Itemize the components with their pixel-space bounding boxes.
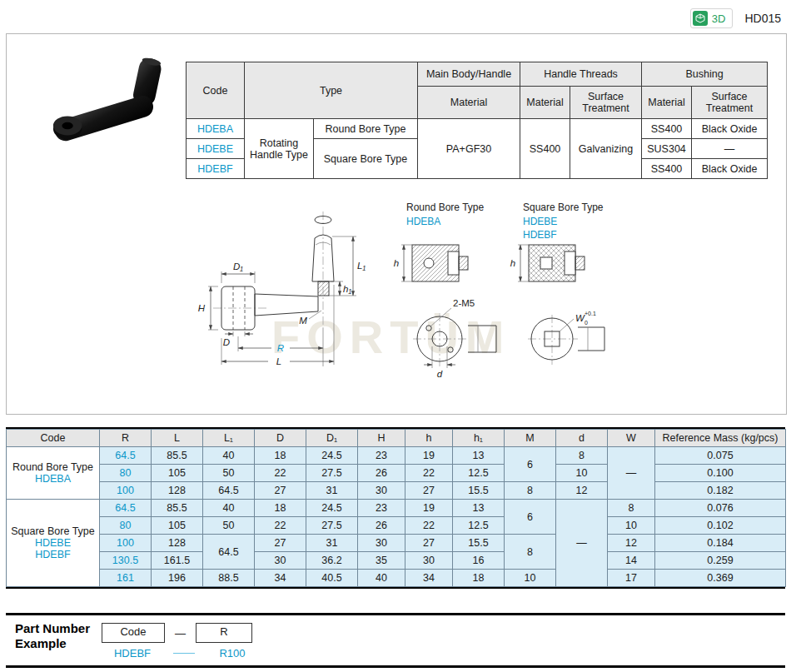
spec-header-cell: Material [418, 87, 520, 119]
part-number-example-section: Part Number Example Code — R HDEBF R100 [6, 613, 785, 668]
top-bar: 3D HD015 [690, 8, 781, 28]
part-number-title-line1: Part Number [15, 621, 90, 636]
part-number-dash: — [175, 627, 186, 640]
table-row: 80105502227.5262212.5100.102 [7, 517, 786, 535]
dim-cell: 64.5 [100, 500, 152, 517]
dim-label-w-tol-lower: 0 [585, 320, 588, 326]
dim-cell: 40 [203, 500, 255, 517]
table-row: 80105502227.5262212.5100.100 [7, 465, 786, 482]
dim-cell: 26 [358, 517, 405, 535]
dim-cell: 16 [453, 552, 505, 570]
spec-cell: SS400 [642, 159, 692, 179]
dim-cell: 27 [405, 482, 453, 500]
dim-cell: 26 [358, 465, 405, 482]
dim-header-cell: Code [7, 430, 100, 447]
connector-line [173, 653, 195, 654]
spec-cell[interactable]: HDEBF [187, 159, 245, 179]
spec-cell[interactable]: HDEBE [187, 139, 245, 159]
dim-header-cell: L [152, 430, 203, 447]
dim-cell: 128 [152, 482, 203, 500]
dim-cell: 161 [100, 570, 152, 587]
dim-cell: 13 [453, 500, 505, 517]
3d-model-badge[interactable]: 3D [690, 8, 734, 28]
product-code-link[interactable]: HDEBA [8, 473, 97, 485]
dim-cell: 27 [255, 482, 306, 500]
thread-callout: 2-M5 [453, 298, 475, 308]
spec-header-cell: Material [642, 87, 692, 119]
square-bore-code-1[interactable]: HDEBE [523, 216, 557, 227]
dim-cell: 23 [358, 500, 405, 517]
spec-cell: — [692, 139, 768, 159]
dim-cell: 130.5 [100, 552, 152, 570]
dim-cell: 40 [203, 447, 255, 465]
dim-cell: 18 [255, 500, 306, 517]
dim-cell: 15.5 [453, 535, 505, 552]
spec-header-cell: Code [187, 62, 245, 119]
dim-cell: 34 [405, 570, 453, 587]
dim-cell: 19 [405, 447, 453, 465]
dim-label-m: M [299, 316, 307, 326]
spec-header-cell: Type [245, 62, 418, 119]
spec-cell: Galvanizing [570, 119, 642, 179]
dim-cell: 27 [255, 535, 306, 552]
table-row: 130.5161.53036.2353016140.259 [7, 552, 786, 570]
dim-label-h-height: H [198, 303, 206, 313]
dim-cell: 30 [358, 535, 405, 552]
dim-cell: 8 [505, 482, 556, 500]
dim-cell: 12.5 [453, 465, 505, 482]
3d-badge-label: 3D [712, 12, 726, 25]
spec-header-cell: Main Body/Handle [418, 62, 520, 87]
dim-cell: 0.369 [655, 570, 786, 587]
dim-cell: 22 [255, 517, 306, 535]
dim-cell: 64.5 [203, 535, 255, 570]
dim-cell: 50 [203, 465, 255, 482]
round-bore-title: Round Bore Type [406, 202, 485, 213]
square-bore-title: Square Bore Type [523, 202, 604, 213]
spec-header-cell: Handle Threads [520, 62, 642, 87]
dim-cell: 14 [608, 552, 655, 570]
dim-cell: 105 [152, 465, 203, 482]
dim-cell: 6 [505, 447, 556, 482]
dim-header-cell: W [608, 430, 655, 447]
round-bore-code[interactable]: HDEBA [406, 216, 440, 227]
dim-cell: 22 [255, 465, 306, 482]
dim-cell: 0.100 [655, 465, 786, 482]
dim-cell: 0.076 [655, 500, 786, 517]
dim-cell: 30 [405, 552, 453, 570]
product-code-link[interactable]: HDEBE [8, 537, 97, 549]
example-code-value: HDEBF [102, 647, 163, 660]
overview-panel: CodeTypeMain Body/HandleHandle ThreadsBu… [6, 33, 787, 415]
dim-cell: 27.5 [306, 465, 358, 482]
dim-cell: 10 [608, 517, 655, 535]
dim-cell: 15.5 [453, 482, 505, 500]
spec-cell[interactable]: HDEBA [187, 119, 245, 139]
table-row: Round Bore TypeHDEBA64.585.5401824.52319… [7, 447, 786, 465]
dim-cell: 30 [255, 552, 306, 570]
spec-cell: SUS304 [642, 139, 692, 159]
round-bore-section-view [401, 245, 468, 281]
dim-cell: 12.5 [453, 517, 505, 535]
dim-cell: 36.2 [306, 552, 358, 570]
square-bore-section-view [518, 245, 585, 281]
type-name-label: Round Bore Type [8, 461, 97, 473]
dim-cell: 22 [405, 517, 453, 535]
dim-cell: 80 [100, 465, 152, 482]
spec-cell: SS400 [520, 119, 570, 179]
dim-cell: 64.5 [203, 482, 255, 500]
square-bore-code-2[interactable]: HDEBF [523, 229, 557, 241]
3d-cube-icon [693, 11, 708, 26]
table-row: HDEBARotating Handle TypeRound Bore Type… [187, 119, 768, 139]
dim-cell: 19 [405, 500, 453, 517]
dim-cell: 24.5 [306, 447, 358, 465]
spec-cell: Round Bore Type [314, 119, 418, 139]
dim-header-cell: R [100, 430, 152, 447]
dim-cell: Round Bore TypeHDEBA [7, 447, 100, 500]
dim-cell: 12 [556, 482, 608, 500]
product-code-link[interactable]: HDEBF [8, 549, 97, 560]
dim-label-h-round: h [394, 258, 399, 268]
dim-label-w-tol-upper: +0.1 [585, 311, 596, 316]
dim-header-cell: h [405, 430, 453, 447]
dim-cell: 196 [152, 570, 203, 587]
dim-header-cell: L₁ [203, 430, 255, 447]
dim-cell: 40.5 [306, 570, 358, 587]
